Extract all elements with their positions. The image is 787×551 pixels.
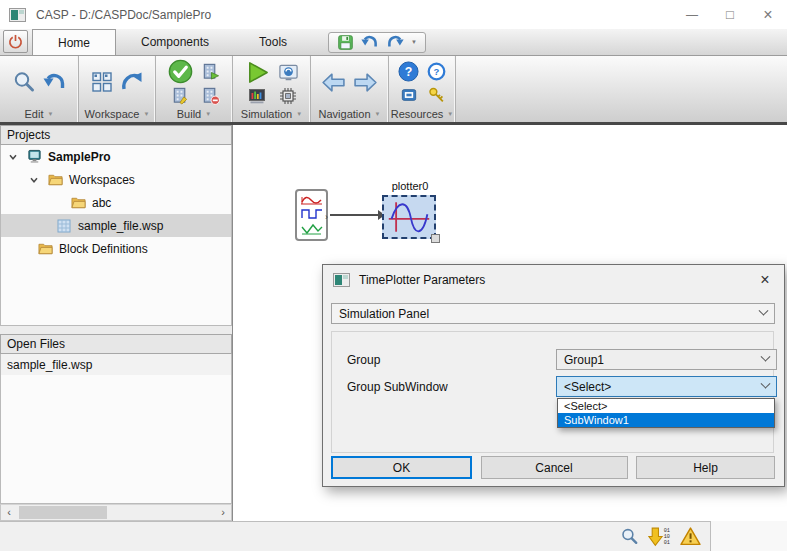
dropdown-option-subwindow1[interactable]: SubWindow1 (558, 413, 774, 427)
search-icon[interactable] (12, 70, 36, 94)
scroll-right-icon[interactable]: › (215, 507, 231, 518)
tab-tools[interactable]: Tools (234, 29, 312, 55)
group-caret-icon[interactable]: ▼ (447, 111, 453, 117)
tree-item-workspaces[interactable]: Workspaces (1, 168, 231, 191)
open-file-name: sample_file.wsp (7, 358, 92, 372)
left-panel: Projects SamplePro Workspaces abc (0, 125, 233, 521)
group-caret-icon[interactable]: ▼ (205, 111, 211, 117)
group-label-workspace: Workspace (85, 108, 140, 120)
open-files-panel-title: Open Files (7, 337, 65, 351)
warning-icon[interactable] (680, 526, 701, 547)
log-output-icon[interactable] (648, 526, 671, 547)
ok-button[interactable]: OK (331, 456, 472, 479)
power-icon (8, 34, 23, 49)
plotter-block[interactable] (382, 195, 436, 239)
tree-item-samplepro[interactable]: SamplePro (1, 145, 231, 168)
application-menu-button[interactable] (3, 30, 28, 53)
qat-dropdown-icon[interactable]: ▼ (411, 39, 417, 45)
group-label-build: Build (177, 108, 201, 120)
scrollbar-thumb[interactable] (19, 506, 107, 519)
undo-large-icon[interactable] (43, 70, 67, 94)
open-file-item[interactable]: sample_file.wsp (1, 354, 231, 375)
close-button[interactable]: × (749, 0, 787, 29)
group-field-label: Group (347, 353, 380, 367)
group-label-navigation: Navigation (319, 108, 371, 120)
folder-icon (71, 195, 86, 210)
ribbon-group-workspace: Workspace▼ (79, 56, 156, 122)
group-value: Group1 (564, 353, 604, 367)
help-button[interactable]: Help (636, 456, 775, 479)
group-caret-icon[interactable]: ▼ (48, 111, 54, 117)
monitor-icon[interactable] (278, 62, 299, 83)
computer-icon (27, 149, 42, 164)
ribbon-group-edit: Edit▼ (0, 56, 79, 122)
subwindow-field-label: Group SubWindow (347, 380, 448, 394)
group-caret-icon[interactable]: ▼ (296, 111, 302, 117)
about-icon[interactable] (427, 62, 446, 81)
ribbon-tab-bar: Home Components Tools ▼ (0, 29, 787, 56)
run-icon[interactable] (245, 60, 270, 85)
panel-splitter[interactable] (0, 326, 232, 334)
help-icon[interactable] (398, 61, 419, 82)
back-arrow-icon[interactable] (321, 72, 346, 93)
ribbon-group-simulation: Simulation▼ (233, 56, 311, 122)
tab-home[interactable]: Home (32, 29, 116, 55)
group-caret-icon[interactable]: ▼ (143, 111, 149, 117)
tree-item-label: Workspaces (69, 173, 135, 187)
square-wave-icon (300, 208, 324, 221)
scroll-left-icon[interactable]: ‹ (1, 507, 17, 518)
build-remove-icon[interactable] (201, 86, 220, 105)
screen-icon[interactable] (401, 87, 417, 103)
tree-item-block-definitions[interactable]: Block Definitions (1, 237, 231, 260)
forward-arrow-icon[interactable] (353, 72, 378, 93)
chip-icon[interactable] (279, 87, 297, 105)
subwindow-dropdown-list: <Select> SubWindow1 (557, 398, 775, 428)
window-controls: — □ × (673, 0, 787, 29)
cancel-button[interactable]: Cancel (481, 456, 628, 479)
subwindow-combobox[interactable]: <Select> (556, 376, 777, 397)
tree-item-sample-file[interactable]: sample_file.wsp (1, 214, 231, 237)
window-title: CASP - D:/CASPDoc/SamplePro (36, 8, 211, 22)
tab-components[interactable]: Components (116, 29, 234, 55)
folder-icon (48, 172, 63, 187)
dropdown-option-select[interactable]: <Select> (558, 399, 774, 413)
build-check-icon[interactable] (168, 59, 193, 84)
dialog-title: TimePlotter Parameters (359, 273, 485, 287)
scope-icon[interactable] (248, 87, 266, 105)
maximize-button[interactable]: □ (711, 0, 749, 29)
group-label-resources: Resources (391, 108, 444, 120)
tree-item-label: abc (92, 196, 111, 210)
chevron-down-icon (761, 379, 771, 389)
minimize-button[interactable]: — (673, 0, 711, 29)
save-icon[interactable] (337, 34, 354, 51)
expand-chevron-icon[interactable] (29, 175, 39, 185)
output-port[interactable]: › (325, 212, 328, 222)
tree-item-abc[interactable]: abc (1, 191, 231, 214)
connection-wire[interactable] (330, 214, 380, 216)
signal-source-block[interactable]: › (295, 189, 328, 241)
group-combobox[interactable]: Group1 (556, 349, 777, 370)
redo-icon[interactable] (386, 33, 404, 51)
resize-handle[interactable] (431, 234, 440, 243)
refresh-icon[interactable] (120, 70, 144, 94)
tree-item-label: Block Definitions (59, 242, 148, 256)
undo-icon[interactable] (361, 33, 379, 51)
app-window: CASP - D:/CASPDoc/SamplePro — □ × Home C… (0, 0, 787, 551)
build-edit-icon[interactable] (171, 86, 190, 105)
horizontal-scrollbar[interactable]: ‹ › (0, 504, 232, 521)
subwindow-value: <Select> (564, 380, 611, 394)
titlebar: CASP - D:/CASPDoc/SamplePro — □ × (0, 0, 787, 29)
tiles-icon[interactable] (91, 71, 113, 93)
zoom-search-icon[interactable] (620, 527, 639, 546)
plot-wave-icon (386, 199, 432, 235)
group-caret-icon[interactable]: ▼ (375, 111, 381, 117)
panel-type-combobox[interactable]: Simulation Panel (331, 303, 775, 324)
timeplotter-parameters-dialog: TimePlotter Parameters × Simulation Pane… (322, 264, 785, 487)
expand-chevron-icon[interactable] (8, 152, 18, 162)
workspace-file-icon (56, 218, 72, 234)
dialog-close-icon[interactable]: × (746, 265, 784, 295)
build-deploy-icon[interactable] (201, 62, 220, 81)
open-files-list: sample_file.wsp (0, 354, 232, 504)
app-icon (9, 8, 26, 22)
license-key-icon[interactable] (428, 86, 446, 104)
